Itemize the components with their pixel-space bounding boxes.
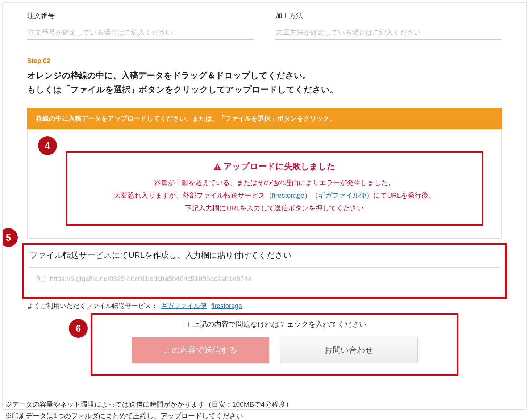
- order-number-input[interactable]: [27, 26, 254, 40]
- upload-error-title: アップロードに失敗しました: [213, 161, 336, 172]
- services-row: よくご利用いただくファイル転送サービス： ギガファイル便 firestorage: [27, 302, 502, 310]
- upload-error-body: 容量が上限を超えている、またはその他の理由によりエラーが発生しました。 大変恐れ…: [75, 176, 474, 214]
- error-line1: 容量が上限を超えている、またはその他の理由によりエラーが発生しました。: [154, 179, 395, 186]
- upload-instruction-bar: 枠線の中に入稿データをアップロードしてください。または、「ファイルを選択」ボタン…: [27, 108, 502, 129]
- step-02-line1: オレンジの枠線の中に、入稿データをドラッグ＆ドロップしてください。: [27, 71, 311, 80]
- confirm-checkbox-label: 上記の内容で問題なければチェックを入れてください: [192, 319, 366, 329]
- order-number-field: 注文番号: [27, 11, 254, 40]
- services-firestorage-link[interactable]: firestorage: [211, 302, 242, 310]
- error-line2b: ）にてURLを発行後、: [366, 192, 435, 199]
- error-mid1: ）（: [304, 192, 318, 199]
- upload-error-title-text: アップロードに失敗しました: [224, 161, 336, 172]
- step-02-label: Step 02: [27, 57, 502, 65]
- process-method-input[interactable]: [275, 26, 502, 40]
- footnote-1: ※データの容量やネット環境によっては送信に時間がかかります（目安：100MBで4…: [5, 400, 292, 408]
- confirm-section: 上記の内容で問題なければチェックを入れてください この内容で送信する お問い合わ…: [91, 313, 458, 376]
- services-prefix: よくご利用いただくファイル転送サービス：: [27, 302, 158, 310]
- callout-badge-5: 5: [2, 228, 18, 247]
- process-method-field: 加工方法: [275, 11, 502, 40]
- firestorage-link[interactable]: firestorage: [272, 192, 305, 199]
- url-section: ファイル転送サービスにてURLを作成し、入力欄に貼り付けてください: [22, 243, 507, 299]
- footnote-2: ※印刷データは1つのフォルダにまとめて圧縮し、アップロードしてください: [5, 412, 243, 420]
- svg-rect-1: [217, 168, 218, 169]
- transfer-url-input[interactable]: [29, 267, 500, 290]
- services-gigafile-link[interactable]: ギガファイル便: [161, 302, 207, 310]
- error-line3: 下記入力欄にURLを入力して送信ボタンを押してください: [185, 204, 364, 212]
- inquiry-button[interactable]: お問い合わせ: [280, 337, 418, 363]
- gigafile-link[interactable]: ギガファイル便: [318, 192, 366, 199]
- callout-badge-4: 4: [38, 136, 57, 155]
- footnotes: ※データの容量やネット環境によっては送信に時間がかかります（目安：100MBで4…: [5, 399, 292, 420]
- confirm-checkbox-row[interactable]: 上記の内容で問題なければチェックを入れてください: [183, 319, 366, 329]
- callout-badge-6: 6: [69, 319, 88, 338]
- submit-button[interactable]: この内容で送信する: [132, 337, 269, 363]
- upload-error-box: アップロードに失敗しました 容量が上限を超えている、またはその他の理由によりエラ…: [66, 151, 483, 226]
- order-number-label: 注文番号: [27, 11, 254, 21]
- process-method-label: 加工方法: [275, 11, 502, 21]
- step-02-line2: もしくは「ファイルを選択」ボタンをクリックしてアップロードしてください。: [27, 85, 338, 94]
- error-line2a: 大変恐れ入りますが、外部ファイル転送サービス（: [114, 192, 272, 199]
- step-02-text: オレンジの枠線の中に、入稿データをドラッグ＆ドロップしてください。 もしくは「フ…: [27, 68, 502, 97]
- svg-rect-0: [217, 165, 218, 167]
- warning-icon: [213, 163, 221, 170]
- confirm-checkbox[interactable]: [183, 322, 189, 327]
- upload-drop-area[interactable]: アップロードに失敗しました 容量が上限を超えている、またはその他の理由によりエラ…: [27, 129, 502, 239]
- url-section-label: ファイル転送サービスにてURLを作成し、入力欄に貼り付けてください: [29, 250, 500, 261]
